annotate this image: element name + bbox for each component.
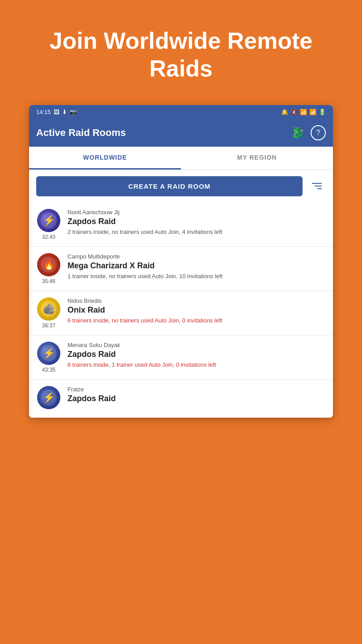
- hero-title: Join Worldwide Remote Raids: [0, 0, 362, 105]
- raid-item[interactable]: ⚡ 43:35 Menara Suku Dayak Zapdos Raid 8 …: [29, 335, 333, 380]
- tabs: WORLDWIDE MY REGION: [29, 147, 333, 170]
- help-icon: ?: [316, 129, 320, 137]
- pokemon-avatar: ⚡: [37, 386, 60, 409]
- create-raid-room-button[interactable]: CREATE A RAID ROOM: [36, 176, 303, 196]
- svg-text:🔥: 🔥: [43, 258, 55, 271]
- raid-name: Mega Charizard X Raid: [67, 261, 326, 271]
- pokemon-avatar: 🪨: [37, 297, 60, 321]
- tab-my-region[interactable]: MY REGION: [181, 147, 333, 169]
- raid-timer: 36:37: [42, 322, 55, 329]
- pokemon-icon[interactable]: 🐉: [291, 127, 304, 139]
- tab-worldwide[interactable]: WORLDWIDE: [29, 147, 181, 169]
- svg-text:⚡: ⚡: [43, 214, 55, 226]
- raid-item[interactable]: ⚡ 32:43 Nooit Aanschouw Jij Zapdos Raid …: [29, 203, 333, 247]
- svg-text:🪨: 🪨: [43, 303, 55, 315]
- raid-status: 6 trainers inside, no trainers used Auto…: [67, 317, 326, 325]
- raid-name: Onix Raid: [67, 305, 326, 315]
- raid-info: Nooit Aanschouw Jij Zapdos Raid 2 traine…: [67, 209, 326, 236]
- raid-icon-wrap: ⚡: [36, 386, 61, 411]
- filter-icon: [312, 183, 322, 189]
- image-icon: 🖼: [54, 109, 59, 115]
- filter-button[interactable]: [308, 177, 326, 195]
- camera-icon: 📷: [70, 109, 77, 115]
- app-bar-title: Active Raid Rooms: [36, 127, 126, 139]
- raid-timer: 32:43: [42, 234, 55, 240]
- raid-status: 8 trainers inside, 1 trainer used Auto J…: [67, 361, 326, 369]
- raid-item[interactable]: ⚡ Fratze Zapdos Raid: [29, 380, 333, 418]
- raid-timer: 43:35: [42, 367, 55, 373]
- signal-icon: 📶: [309, 109, 316, 115]
- raid-info: Campo Multideporte Mega Charizard X Raid…: [67, 253, 326, 280]
- raid-status: 1 trainer inside, no trainers used Auto …: [67, 272, 326, 280]
- phone-container: 14:15 🖼 ⬇ 📷 🔔 🔇 📶 📶 🔋 Active Raid Rooms …: [29, 105, 333, 418]
- raid-location: Nidos Briedis: [67, 297, 326, 304]
- raid-info: Nidos Briedis Onix Raid 6 trainers insid…: [67, 297, 326, 325]
- app-bar-icons: 🐉 ?: [291, 125, 326, 140]
- pokemon-avatar: 🔥: [37, 253, 60, 276]
- raid-name: Zapdos Raid: [67, 217, 326, 226]
- raid-info: Menara Suku Dayak Zapdos Raid 8 trainers…: [67, 342, 326, 369]
- alarm-icon: 🔔: [281, 109, 288, 115]
- raid-icon-wrap: ⚡ 43:35: [36, 342, 61, 373]
- raid-item[interactable]: 🔥 35:46 Campo Multideporte Mega Charizar…: [29, 247, 333, 291]
- raid-list: ⚡ 32:43 Nooit Aanschouw Jij Zapdos Raid …: [29, 203, 333, 418]
- raid-location: Nooit Aanschouw Jij: [67, 209, 326, 216]
- pokemon-avatar: ⚡: [37, 209, 60, 232]
- raid-location: Fratze: [67, 386, 326, 393]
- raid-icon-wrap: 🔥 35:46: [36, 253, 61, 284]
- raid-status: 2 trainers inside, no trainers used Auto…: [67, 228, 326, 236]
- battery-icon: 🔋: [319, 109, 326, 115]
- download-icon: ⬇: [62, 109, 67, 115]
- svg-text:⚡: ⚡: [43, 391, 55, 403]
- raid-location: Menara Suku Dayak: [67, 342, 326, 348]
- pokemon-avatar: ⚡: [37, 342, 60, 365]
- wifi-icon: 📶: [300, 109, 307, 115]
- raid-timer: 35:46: [42, 278, 55, 284]
- svg-text:⚡: ⚡: [43, 347, 55, 359]
- raid-icon-wrap: 🪨 36:37: [36, 297, 61, 329]
- raid-item[interactable]: 🪨 36:37 Nidos Briedis Onix Raid 6 traine…: [29, 291, 333, 335]
- action-bar: CREATE A RAID ROOM: [29, 170, 333, 203]
- help-button[interactable]: ?: [311, 125, 326, 140]
- raid-location: Campo Multideporte: [67, 253, 326, 260]
- raid-icon-wrap: ⚡ 32:43: [36, 209, 61, 240]
- raid-name: Zapdos Raid: [67, 350, 326, 359]
- raid-info: Fratze Zapdos Raid: [67, 386, 326, 405]
- status-time: 14:15: [36, 109, 51, 115]
- app-bar: Active Raid Rooms 🐉 ?: [29, 119, 333, 147]
- status-bar: 14:15 🖼 ⬇ 📷 🔔 🔇 📶 📶 🔋: [29, 105, 333, 119]
- status-left: 14:15 🖼 ⬇ 📷: [36, 109, 77, 115]
- mute-icon: 🔇: [290, 109, 298, 115]
- status-right: 🔔 🔇 📶 📶 🔋: [281, 109, 326, 115]
- raid-name: Zapdos Raid: [67, 394, 326, 403]
